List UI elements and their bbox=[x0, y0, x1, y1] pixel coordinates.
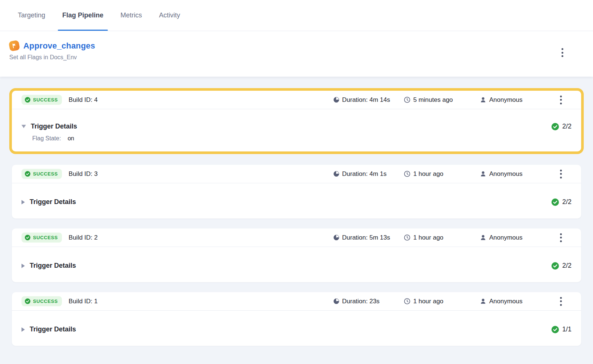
kebab-menu-icon[interactable] bbox=[557, 231, 565, 244]
person-icon bbox=[480, 298, 486, 304]
trigger-details-toggle[interactable]: Trigger Details bbox=[21, 325, 76, 333]
build-list: SUCCESS Build ID: 4 Duration: 4m 14s 5 m… bbox=[0, 77, 593, 346]
kebab-menu-icon[interactable] bbox=[557, 93, 565, 107]
clock-icon bbox=[404, 97, 410, 103]
duration-label: Duration: 4m 14s bbox=[342, 96, 390, 104]
tab-activity[interactable]: Activity bbox=[155, 0, 185, 31]
build-card-header: SUCCESS Build ID: 4 Duration: 4m 14s 5 m… bbox=[12, 91, 581, 109]
check-circle-icon bbox=[25, 235, 30, 240]
build-id-label: Build ID: 1 bbox=[69, 298, 97, 305]
user-meta: Anonymous bbox=[480, 234, 523, 241]
user-label: Anonymous bbox=[489, 298, 523, 305]
step-count-label: 2/2 bbox=[562, 198, 572, 206]
time-ago-label: 1 hour ago bbox=[413, 234, 443, 241]
check-circle-icon bbox=[551, 198, 559, 206]
time-meta: 5 minutes ago bbox=[404, 96, 453, 104]
clock-icon bbox=[404, 298, 410, 304]
kebab-menu-icon[interactable] bbox=[557, 167, 565, 181]
duration-meta: Duration: 4m 14s bbox=[334, 96, 390, 104]
step-count: 2/2 bbox=[551, 123, 572, 130]
trigger-details-toggle[interactable]: Trigger Details bbox=[21, 262, 76, 270]
tab-label: Targeting bbox=[18, 11, 45, 19]
duration-pie-icon bbox=[334, 235, 339, 240]
user-label: Anonymous bbox=[489, 170, 523, 178]
duration-label: Duration: 5m 13s bbox=[342, 234, 390, 241]
tab-flag-pipeline[interactable]: Flag Pipeline bbox=[58, 0, 108, 31]
check-circle-icon bbox=[25, 171, 30, 177]
duration-label: Duration: 4m 1s bbox=[342, 170, 387, 178]
chevron-right-icon bbox=[21, 264, 25, 268]
build-card-header: SUCCESS Build ID: 1 Duration: 23s 1 hour… bbox=[12, 292, 581, 311]
trigger-details-label: Trigger Details bbox=[30, 198, 76, 206]
person-icon bbox=[480, 171, 486, 177]
step-count: 2/2 bbox=[551, 198, 572, 206]
trigger-details-label: Trigger Details bbox=[30, 325, 76, 333]
time-ago-label: 1 hour ago bbox=[413, 298, 443, 305]
build-card-2: SUCCESS Build ID: 2 Duration: 5m 13s 1 h… bbox=[12, 228, 581, 282]
build-card-4: SUCCESS Build ID: 4 Duration: 4m 14s 5 m… bbox=[12, 91, 581, 151]
duration-pie-icon bbox=[334, 97, 339, 103]
flag-state-label: Flag State: bbox=[32, 135, 61, 142]
chevron-right-icon bbox=[21, 327, 25, 332]
time-ago-label: 1 hour ago bbox=[413, 170, 443, 178]
step-count-label: 1/1 bbox=[562, 325, 572, 333]
status-badge: SUCCESS bbox=[21, 169, 62, 179]
time-ago-label: 5 minutes ago bbox=[413, 96, 453, 104]
chevron-down-icon bbox=[21, 125, 26, 128]
status-badge: SUCCESS bbox=[21, 296, 62, 306]
tab-targeting[interactable]: Targeting bbox=[13, 0, 50, 31]
kebab-menu-icon[interactable] bbox=[559, 46, 566, 59]
status-label: SUCCESS bbox=[33, 235, 58, 240]
user-label: Anonymous bbox=[489, 96, 523, 104]
clock-icon bbox=[404, 171, 410, 177]
tab-label: Activity bbox=[159, 11, 180, 19]
trigger-details-toggle[interactable]: Trigger Details bbox=[21, 198, 76, 206]
check-circle-icon bbox=[551, 123, 559, 130]
step-count-label: 2/2 bbox=[562, 262, 572, 270]
tab-label: Metrics bbox=[120, 11, 142, 19]
build-card-body: Trigger Details 2/2 Flag State: on bbox=[12, 109, 581, 151]
status-label: SUCCESS bbox=[33, 97, 58, 103]
check-circle-icon bbox=[551, 326, 559, 333]
trigger-details-label: Trigger Details bbox=[31, 123, 77, 130]
check-circle-icon bbox=[25, 97, 30, 103]
build-card-body: Trigger Details 1/1 bbox=[12, 311, 581, 346]
step-count-label: 2/2 bbox=[562, 123, 572, 130]
kebab-menu-icon[interactable] bbox=[557, 295, 565, 308]
duration-label: Duration: 23s bbox=[342, 298, 380, 305]
page-title: Approve_changes bbox=[23, 41, 95, 51]
user-meta: Anonymous bbox=[480, 96, 523, 104]
flag-state-value: on bbox=[67, 135, 74, 142]
duration-meta: Duration: 23s bbox=[334, 298, 380, 305]
duration-meta: Duration: 5m 13s bbox=[334, 234, 390, 241]
check-circle-icon bbox=[551, 262, 559, 270]
tab-metrics[interactable]: Metrics bbox=[116, 0, 146, 31]
person-icon bbox=[480, 97, 486, 103]
trigger-details-label: Trigger Details bbox=[30, 262, 76, 270]
build-id-label: Build ID: 2 bbox=[69, 234, 97, 241]
time-meta: 1 hour ago bbox=[404, 234, 443, 241]
check-circle-icon bbox=[25, 298, 30, 304]
trigger-details-toggle[interactable]: Trigger Details bbox=[21, 123, 77, 130]
clock-icon bbox=[404, 234, 410, 241]
chevron-right-icon bbox=[21, 200, 25, 204]
user-label: Anonymous bbox=[489, 234, 523, 241]
tab-bar: Targeting Flag Pipeline Metrics Activity bbox=[0, 0, 593, 31]
build-card-3: SUCCESS Build ID: 3 Duration: 4m 1s 1 ho… bbox=[12, 165, 581, 218]
duration-pie-icon bbox=[334, 298, 339, 304]
build-id-label: Build ID: 3 bbox=[69, 170, 97, 178]
page-subtitle: Set all Flags in Docs_Env bbox=[9, 54, 584, 61]
user-meta: Anonymous bbox=[480, 170, 523, 178]
build-id-label: Build ID: 4 bbox=[69, 96, 97, 104]
user-meta: Anonymous bbox=[480, 298, 523, 305]
build-card-body: Trigger Details 2/2 bbox=[12, 183, 581, 218]
active-tab-underline bbox=[58, 30, 108, 31]
status-badge: SUCCESS bbox=[21, 233, 62, 243]
build-card-header: SUCCESS Build ID: 2 Duration: 5m 13s 1 h… bbox=[12, 228, 581, 247]
tab-label: Flag Pipeline bbox=[62, 11, 103, 19]
duration-pie-icon bbox=[334, 171, 339, 177]
build-card-body: Trigger Details 2/2 bbox=[12, 247, 581, 282]
pipeline-header: Approve_changes Set all Flags in Docs_En… bbox=[0, 31, 593, 77]
status-label: SUCCESS bbox=[33, 298, 58, 304]
duration-meta: Duration: 4m 1s bbox=[334, 170, 387, 178]
